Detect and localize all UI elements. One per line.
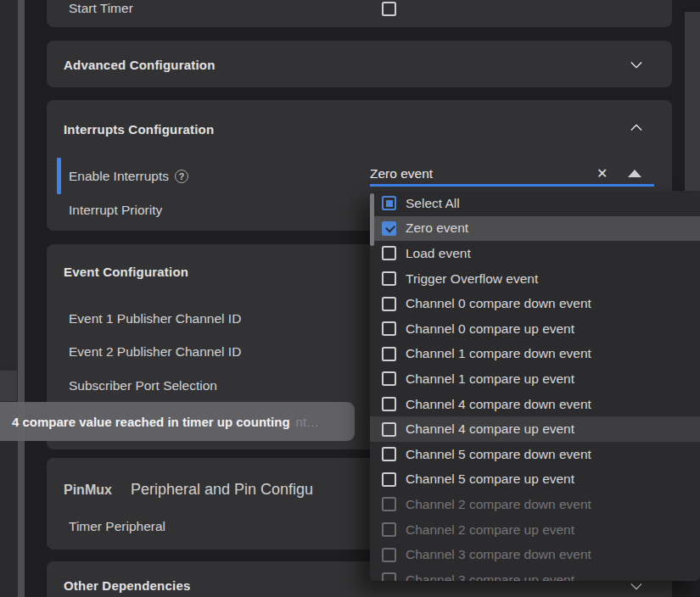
checkbox-icon[interactable] — [382, 371, 396, 386]
clear-selection-icon[interactable]: ✕ — [596, 167, 608, 181]
checkbox-icon[interactable] — [382, 422, 396, 437]
dropdown-option-list: Select All Zero event Load event Trigger… — [370, 191, 700, 581]
timer-peripheral-label: Timer Peripheral — [69, 519, 165, 534]
checkbox-icon[interactable] — [382, 447, 396, 461]
dropdown-option[interactable]: Zero event — [370, 216, 700, 242]
interrupt-priority-label: Interrupt Priority — [69, 203, 162, 218]
interrupt-priority-label-text: Interrupt Priority — [69, 203, 162, 218]
pinmux-title: Peripheral and Pin Configu — [131, 481, 313, 499]
dropdown-option-label: Channel 4 compare down event — [406, 397, 591, 412]
dropdown-option-label: Channel 5 compare up event — [406, 471, 574, 487]
dropdown-option[interactable]: Channel 4 compare up event — [370, 416, 700, 442]
chevron-down-icon[interactable] — [632, 60, 641, 70]
dropdown-option-label: Channel 1 compare down event — [406, 346, 591, 361]
start-timer-label: Start Timer — [69, 1, 133, 16]
dropdown-option-label: Channel 1 compare up event — [406, 371, 574, 387]
checkbox-icon[interactable] — [382, 246, 396, 260]
dropdown-option-label: Channel 2 compare down event — [406, 497, 591, 512]
dropdown-option-label: Channel 0 compare down event — [406, 296, 591, 311]
dropdown-option-label: Zero event — [406, 220, 468, 236]
other-dependencies-title: Other Dependencies — [64, 578, 190, 593]
enable-interrupts-label: Enable Interrupts ? — [69, 169, 188, 184]
chevron-up-icon[interactable] — [632, 122, 641, 131]
dropdown-option[interactable]: Channel 4 compare down event — [370, 392, 700, 417]
subscriber-port-label: Subscriber Port Selection — [69, 378, 217, 393]
chevron-down-icon[interactable] — [632, 582, 641, 591]
dropdown-option-label: Load event — [406, 246, 471, 261]
advanced-configuration-title: Advanced Configuration — [64, 58, 216, 72]
modified-field-indicator — [57, 158, 61, 194]
dropdown-option-label: Channel 3 compare up event — [406, 572, 574, 581]
checkbox-icon[interactable] — [382, 572, 396, 581]
event2-publisher-label-text: Event 2 Publisher Channel ID — [69, 344, 241, 360]
dropdown-option[interactable]: Channel 1 compare up event — [370, 366, 700, 392]
tooltip-text: 4 compare value reached in timer up coun… — [12, 415, 290, 429]
device-configurator-screen: Start Timer Advanced Configuration Inter… — [0, 0, 700, 597]
dropdown-option[interactable]: Channel 0 compare up event — [370, 316, 700, 342]
checkbox-icon[interactable] — [382, 548, 396, 562]
checkbox-icon[interactable] — [382, 221, 396, 236]
checkbox-icon[interactable] — [382, 297, 396, 311]
interrupts-configuration-title: Interrupts Configuration — [64, 122, 214, 137]
start-timer-card: Start Timer — [47, 0, 672, 27]
dropdown-option[interactable]: Channel 1 compare down event — [370, 342, 700, 367]
tooltip: 4 compare value reached in timer up coun… — [0, 402, 355, 441]
event2-publisher-label: Event 2 Publisher Channel ID — [69, 344, 241, 360]
dropdown-option[interactable]: Select All — [370, 191, 700, 216]
start-timer-label-text: Start Timer — [69, 1, 133, 16]
timer-peripheral-label-text: Timer Peripheral — [69, 519, 165, 534]
checkbox-icon[interactable] — [382, 397, 396, 411]
checkbox-icon[interactable] — [382, 522, 396, 537]
checkbox-icon[interactable] — [382, 271, 396, 286]
help-icon[interactable]: ? — [175, 170, 188, 183]
dropdown-option-label: Trigger Overflow event — [406, 271, 538, 287]
dropdown-option[interactable]: Channel 5 compare up event — [370, 467, 700, 493]
checkbox-icon[interactable] — [382, 472, 396, 487]
dropdown-option[interactable]: Channel 5 compare down event — [370, 442, 700, 467]
dropdown-option[interactable]: Channel 3 compare up event — [370, 567, 700, 581]
checkbox-icon[interactable] — [382, 497, 396, 511]
dropdown-option-label: Channel 0 compare up event — [406, 321, 574, 337]
vertical-scrollbar-thumb[interactable] — [685, 12, 700, 191]
obscured-text-fragment: nt… — [296, 415, 320, 429]
start-timer-checkbox[interactable] — [382, 2, 396, 16]
left-rail — [0, 0, 18, 597]
dropdown-option[interactable]: Channel 2 compare down event — [370, 492, 700, 517]
left-splitter-handle[interactable] — [18, 0, 25, 597]
enable-interrupts-label-text: Enable Interrupts — [69, 169, 169, 184]
dropdown-option-label: Select All — [406, 196, 460, 211]
event-configuration-title: Event Configuration — [64, 265, 188, 279]
advanced-configuration-card[interactable]: Advanced Configuration — [47, 41, 672, 87]
field-focus-underline — [370, 184, 654, 187]
checkbox-icon[interactable] — [382, 321, 396, 336]
pinmux-label: PinMux — [64, 483, 112, 498]
dropdown-option-label: Channel 4 compare up event — [406, 421, 574, 437]
checkbox-icon[interactable] — [382, 347, 396, 361]
dropdown-option-label: Channel 3 compare down event — [406, 547, 591, 562]
dropdown-option[interactable]: Channel 2 compare up event — [370, 517, 700, 543]
dropdown-option[interactable]: Trigger Overflow event — [370, 266, 700, 292]
event1-publisher-label-text: Event 1 Publisher Channel ID — [69, 311, 241, 326]
interrupt-events-dropdown: Select All Zero event Load event Trigger… — [370, 191, 700, 581]
dropdown-option[interactable]: Load event — [370, 241, 700, 266]
left-rail-fragment — [0, 371, 17, 401]
dropdown-option-label: Channel 5 compare down event — [406, 447, 591, 462]
subscriber-port-label-text: Subscriber Port Selection — [69, 378, 217, 393]
dropdown-option[interactable]: Channel 3 compare down event — [370, 542, 700, 567]
checkbox-icon[interactable] — [382, 196, 396, 210]
dropdown-option-label: Channel 2 compare up event — [406, 522, 574, 538]
dropdown-option[interactable]: Channel 0 compare down event — [370, 291, 700, 316]
dropdown-scrollbar-thumb[interactable] — [370, 193, 374, 246]
event1-publisher-label: Event 1 Publisher Channel ID — [69, 311, 241, 326]
enable-interrupts-field-value[interactable]: Zero event — [370, 166, 433, 181]
dropdown-collapse-icon[interactable] — [628, 170, 641, 177]
